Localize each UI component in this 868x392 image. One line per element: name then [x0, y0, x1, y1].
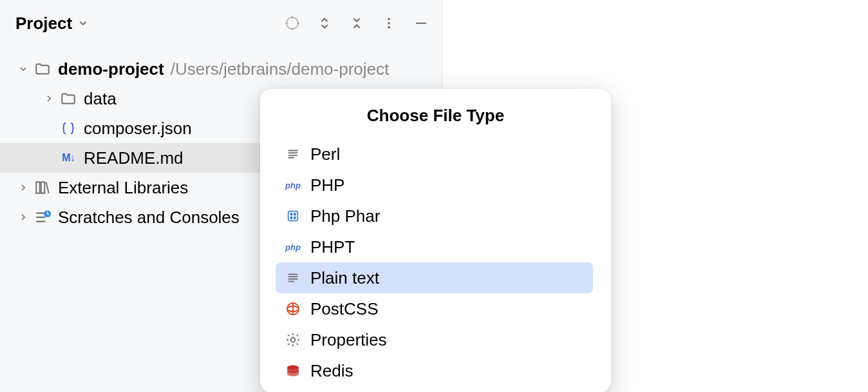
tree-item-label: composer.json [84, 119, 192, 139]
file-type-plain-text[interactable]: Plain text [276, 262, 593, 293]
text-icon [285, 146, 301, 162]
file-type-label: Redis [310, 361, 353, 381]
file-type-label: Properties [310, 330, 387, 350]
sidebar-toolbar [285, 15, 429, 31]
svg-point-21 [290, 213, 292, 215]
file-type-label: PHP [310, 175, 344, 195]
json-icon [59, 119, 77, 137]
text-icon [285, 270, 301, 286]
phar-icon [285, 208, 301, 224]
more-icon[interactable] [381, 15, 397, 31]
php-icon: php [285, 239, 301, 255]
redis-icon [285, 362, 301, 379]
file-type-php[interactable]: php PHP [276, 170, 593, 201]
chevron-right-icon[interactable] [42, 92, 55, 105]
target-icon[interactable] [285, 15, 300, 31]
svg-point-22 [294, 213, 296, 215]
scratches-icon [33, 208, 52, 226]
tree-root-path: /Users/jetbrains/demo-project [171, 59, 390, 79]
file-type-label: Perl [310, 144, 340, 164]
tree-item-label: data [84, 89, 117, 109]
folder-icon [59, 90, 77, 108]
markdown-icon: M↓ [59, 149, 77, 167]
gear-icon [285, 331, 301, 348]
svg-line-11 [46, 182, 48, 193]
svg-point-0 [287, 17, 298, 29]
tree-root[interactable]: demo-project /Users/jetbrains/demo-proje… [0, 54, 442, 84]
svg-point-32 [291, 338, 296, 342]
svg-rect-10 [41, 182, 44, 193]
tree-item-label: README.md [84, 148, 184, 168]
php-icon: php [285, 177, 301, 193]
file-type-phpt[interactable]: php PHPT [276, 231, 593, 262]
svg-rect-20 [288, 211, 298, 221]
file-type-perl[interactable]: Perl [276, 139, 593, 170]
svg-point-7 [388, 26, 390, 29]
svg-point-5 [388, 18, 390, 21]
tree-root-name: demo-project [58, 59, 164, 79]
file-type-label: Plain text [310, 268, 379, 288]
expand-collapse-icon[interactable] [317, 15, 332, 31]
popup-title: Choose File Type [260, 89, 611, 139]
file-type-php-phar[interactable]: Php Phar [276, 201, 593, 231]
tree-item-label: External Libraries [58, 178, 188, 198]
file-type-redis[interactable]: Redis [276, 355, 593, 386]
minimize-icon[interactable] [413, 15, 429, 31]
folder-icon [33, 60, 52, 78]
chevron-down-icon [77, 14, 89, 34]
file-type-label: PHPT [310, 237, 355, 257]
chevron-down-icon[interactable] [17, 63, 30, 75]
library-icon [33, 179, 52, 197]
svg-point-6 [388, 22, 390, 24]
chevron-right-icon[interactable] [17, 211, 30, 224]
file-type-label: PostCSS [310, 299, 379, 319]
svg-point-24 [294, 217, 296, 219]
postcss-icon [285, 300, 301, 317]
project-title-label: Project [15, 14, 72, 34]
file-type-postcss[interactable]: PostCSS [276, 293, 593, 324]
choose-file-type-popup: Choose File Type Perl php PHP Php Phar p… [260, 89, 611, 392]
collapse-all-icon[interactable] [349, 15, 364, 31]
tree-item-label: Scratches and Consoles [58, 208, 240, 228]
file-type-label: Php Phar [310, 206, 380, 226]
file-type-list: Perl php PHP Php Phar php PHPT Plain tex… [260, 139, 611, 386]
file-type-properties[interactable]: Properties [276, 324, 593, 355]
chevron-right-icon[interactable] [17, 181, 30, 194]
sidebar-header: Project [0, 0, 442, 49]
svg-rect-9 [36, 182, 39, 193]
svg-point-23 [290, 217, 292, 219]
project-title-dropdown[interactable]: Project [15, 14, 89, 34]
